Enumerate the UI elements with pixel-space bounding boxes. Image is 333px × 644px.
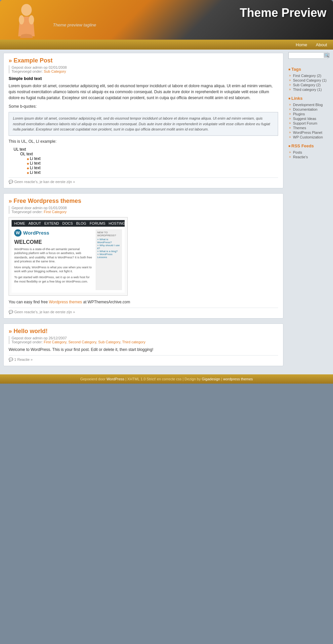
tags-section: Tags First Category (2) Second Category … (288, 67, 330, 92)
site-title: Theme Preview (0, 0, 333, 20)
wp-nav-hosting: HOSTING (109, 221, 125, 225)
link-development-blog[interactable]: Development Blog (288, 102, 330, 107)
tags-title: Tags (288, 67, 330, 72)
footer-gigadesign-link[interactable]: Gigadesign (202, 377, 220, 381)
li-item-3: Li text (27, 166, 278, 170)
wp-sidebar-link4: » WordPress Lessons (97, 253, 120, 259)
link-themes-link[interactable]: Themes (293, 126, 306, 130)
link-wp-customization[interactable]: WP Customization (288, 135, 330, 139)
rss-title: RSS Feeds (288, 143, 330, 148)
post-body-wp: You can easy find free Wordpress themes … (9, 299, 278, 305)
post-ul-label: This is UL, OL, LI example: (9, 138, 278, 144)
post-author-example: Gepost door admin op 02/01/2008 (12, 65, 67, 69)
wp-nav-extend: EXTEND (44, 221, 59, 225)
wp-nav-blog: BLOG (76, 221, 86, 225)
tag-sub-category-link[interactable]: Sub Category (2) (293, 83, 321, 87)
post-category-first[interactable]: First Category (44, 340, 66, 344)
link-suggest-ideas[interactable]: Suggest Ideas (288, 116, 330, 121)
post-meta-hello: Gepost door admin op 26/12/2007 Toegevoe… (9, 336, 278, 344)
post-category-label-2: Toegevoegd onder: (12, 210, 44, 214)
site-footer: Gepoeierd door WordPress | XHTML 1.0 Str… (0, 374, 333, 384)
wp-nav: HOME ABOUT EXTEND DOCS BLOG FORUMS HOSTI… (12, 220, 125, 227)
post-meta-wp: Gepost door admin op 01/01/2008 Toegevoe… (9, 206, 278, 214)
link-suggest-ideas-link[interactable]: Suggest Ideas (293, 117, 316, 121)
rss-reacties[interactable]: Reactie's (288, 155, 330, 159)
post-title-hello: Hello world! (9, 328, 278, 335)
sidebar: 🔍 Tags First Category (2) Second Categor… (287, 50, 333, 374)
post-hello-world: Hello world! Gepost door admin op 26/12/… (3, 323, 283, 366)
post-body-hello: Welcome to WordPress. This is your first… (9, 347, 278, 353)
header-logo (3, 2, 50, 38)
wp-sidebar-link3: » What is a blog? (97, 250, 120, 253)
link-plugins-link[interactable]: Plugins (293, 112, 305, 116)
tag-first-category[interactable]: First Category (2) (288, 73, 330, 78)
post-comments-link-3[interactable]: 1 Reactie » (14, 358, 33, 361)
link-wp-customization-link[interactable]: WP Customization (293, 135, 323, 139)
rss-reacties-link[interactable]: Reactie's (293, 155, 308, 159)
post-footer-3: 1 Reactie » (9, 355, 278, 362)
search-input[interactable] (288, 52, 328, 59)
links-title: Links (288, 96, 330, 101)
link-documentation[interactable]: Documentation (288, 107, 330, 112)
post-category-second[interactable]: Second Category (68, 340, 96, 344)
post-category-third[interactable]: Third category (122, 340, 145, 344)
rss-section: RSS Feeds Posts Reactie's (288, 143, 330, 159)
post-category-sub[interactable]: Sub Category (98, 340, 120, 344)
wp-body: W WordPress WELCOME WordPress is a state… (12, 227, 125, 293)
wp-logo-icon: W (14, 229, 21, 237)
link-development-blog-link[interactable]: Development Blog (293, 103, 323, 107)
post-wordpress-themes: Free Wordpress themes Gepost door admin … (3, 193, 283, 319)
link-support-forum[interactable]: Support Forum (288, 121, 330, 126)
svg-point-2 (29, 15, 34, 24)
tag-sub-category[interactable]: Sub Category (2) (288, 83, 330, 87)
ol-item-1: OL text (20, 152, 278, 156)
post-footer-1[interactable]: Geen reactie's, je kan de eerste zijn » (9, 177, 278, 184)
post-meta-example: Gepost door admin op 02/01/2008 Toegevoe… (9, 65, 278, 73)
wp-body-text: WordPress is a state-of-the-art semantic… (14, 247, 92, 264)
tag-third-category[interactable]: Third category (1) (288, 87, 330, 92)
link-wordpress-planet-link[interactable]: WordPress Planet (293, 131, 322, 134)
post-example: Example Post Gepost door admin op 02/01/… (3, 53, 283, 188)
link-themes[interactable]: Themes (288, 126, 330, 130)
search-button[interactable]: 🔍 (324, 53, 330, 58)
wp-nav-download: DOWNLOAD (129, 221, 150, 225)
wp-content: W WordPress WELCOME WordPress is a state… (14, 229, 92, 290)
wp-logo: W WordPress (14, 229, 92, 237)
tag-second-category[interactable]: Second Category (1) (288, 78, 330, 83)
post-author-hello: Gepost door admin op 26/12/2007 (12, 336, 67, 340)
post-author-wp: Gepost door admin op 01/01/2008 (12, 206, 67, 210)
rss-posts[interactable]: Posts (288, 150, 330, 155)
search-form: 🔍 (288, 52, 330, 63)
wp-nav-forums: FORUMS (90, 221, 105, 225)
wp-sidebar-text: NEW TO WORDPRESS? (97, 231, 120, 237)
tag-third-category-link[interactable]: Third category (1) (293, 88, 322, 92)
post-category-label-3: Toegevoegd onder: (12, 340, 44, 344)
tag-first-category-link[interactable]: First Category (2) (293, 74, 321, 78)
rss-posts-link[interactable]: Posts (293, 150, 302, 154)
wp-welcome-heading: WELCOME (14, 239, 92, 245)
wordpress-themes-link[interactable]: Wordpress themes (49, 300, 82, 304)
link-support-forum-link[interactable]: Support Forum (293, 121, 317, 125)
wp-sidebar: NEW TO WORDPRESS? » What is WordPress? »… (96, 229, 122, 290)
link-wordpress-planet[interactable]: WordPress Planet (288, 130, 330, 135)
page-layout: Example Post Gepost door admin op 02/01/… (0, 50, 333, 374)
link-plugins[interactable]: Plugins (288, 112, 330, 116)
post-category-link-2[interactable]: First Category (44, 210, 66, 214)
footer-wp-themes-link[interactable]: wordpress themes (223, 377, 253, 381)
post-category-link-1[interactable]: Sub Category (44, 69, 66, 73)
li-item-1: Li text (27, 156, 278, 161)
link-documentation-link[interactable]: Documentation (293, 107, 317, 111)
post-comments-link-1[interactable]: Geen reactie's, je kan de eerste zijn » (14, 180, 75, 184)
post-bold-text: Simple bold text (9, 76, 278, 81)
wp-sidebar-link1: » What is WordPress? (97, 238, 120, 244)
svg-point-0 (21, 4, 32, 16)
tag-second-category-link[interactable]: Second Category (1) (293, 78, 327, 82)
nav-bar: Home About (0, 40, 333, 50)
wp-nav-home: HOME (14, 221, 25, 225)
wp-nav-docs: DOCS (62, 221, 73, 225)
post-comments-link-2[interactable]: Geen reactie's, je kan de eerste zijn » (14, 310, 75, 314)
post-title-wp: Free Wordpress themes (9, 198, 278, 205)
nav-item-about[interactable]: About (313, 42, 330, 48)
nav-item-home[interactable]: Home (293, 42, 310, 48)
footer-wp-link[interactable]: WordPress (106, 377, 124, 381)
